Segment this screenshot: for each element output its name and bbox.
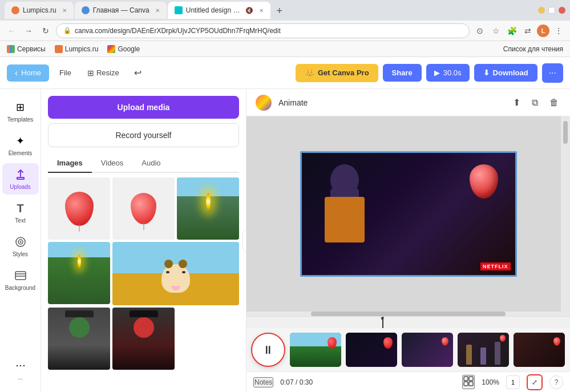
media-tabs: Images Videos Audio <box>48 154 239 173</box>
extensions-icon[interactable]: 🧩 <box>505 24 519 38</box>
panel-collapse-handle[interactable]: › <box>242 229 246 252</box>
home-button[interactable]: ‹ Home <box>7 64 49 82</box>
clip1-balloon <box>328 337 337 349</box>
refresh-button[interactable]: ↻ <box>39 24 52 38</box>
services-icon <box>7 45 15 53</box>
address-bar[interactable]: 🔒 canva.com/design/DAEnErXDrpk/UjvJCYP5O… <box>56 23 470 38</box>
man1-face <box>69 317 90 338</box>
sidebar-label-templates: Templates <box>7 116 34 123</box>
window-minimize[interactable] <box>538 7 545 14</box>
man2-visual <box>112 308 175 370</box>
panel-copy-button[interactable]: ⧉ <box>529 95 540 110</box>
sidebar-item-elements[interactable]: ✦ Elements <box>2 130 39 161</box>
media-item-man1[interactable] <box>48 308 110 370</box>
canvas-bottom-thumb <box>311 312 505 316</box>
tab-muted-icon[interactable]: 🔇 <box>245 7 253 14</box>
panel-export-button[interactable]: ⬆ <box>511 95 523 110</box>
upload-panel: Upload media Record yourself Images Vide… <box>41 89 246 392</box>
design-frame[interactable]: NETFLIX <box>300 151 517 277</box>
help-button[interactable]: ? <box>549 375 563 389</box>
forward-button[interactable]: → <box>22 24 35 38</box>
back-arrow-icon: ‹ <box>15 68 18 78</box>
menu-icon[interactable]: ⋮ <box>552 24 565 38</box>
page-number-button[interactable]: 1 <box>506 375 520 389</box>
new-tab-button[interactable]: + <box>272 3 288 19</box>
browser-frame: Lumpics.ru ✕ Главная — Canva ✕ Untitled … <box>0 0 570 392</box>
media-item-balloon1[interactable] <box>48 177 110 240</box>
sidebar-label-elements: Elements <box>9 150 33 156</box>
bookmark-lumpics-label: Lumpics.ru <box>65 45 99 53</box>
templates-icon: ⊞ <box>14 100 27 114</box>
canvas-scrollbar-right[interactable] <box>561 116 570 312</box>
tab-images[interactable]: Images <box>48 154 92 173</box>
translate-icon[interactable]: ⊙ <box>473 24 487 38</box>
upload-media-button[interactable]: Upload media <box>48 96 239 119</box>
record-button[interactable]: Record yourself <box>48 123 239 147</box>
canvas-bottom-scroll[interactable] <box>246 312 570 316</box>
media-item-balloon2[interactable] <box>112 177 175 240</box>
tab-close-lumpics[interactable]: ✕ <box>62 7 67 14</box>
address-text: canva.com/design/DAEnErXDrpk/UjvJCYP5OUd… <box>75 27 462 35</box>
timer-label: 30.0s <box>443 68 462 77</box>
media-item-grass1[interactable] <box>177 177 239 240</box>
window-restore[interactable] <box>548 7 555 14</box>
more-icon: ··· <box>549 68 556 78</box>
expand-button[interactable]: ⤢ <box>527 374 543 390</box>
share-button[interactable]: Share <box>383 64 422 82</box>
timeline-clip-3[interactable] <box>402 333 453 367</box>
svg-rect-6 <box>464 377 468 381</box>
star-icon[interactable]: ☆ <box>489 24 503 38</box>
person-silhouette-3 <box>495 342 500 365</box>
timeline-play-button[interactable]: ⏸ <box>251 333 285 367</box>
browser-tabs: Lumpics.ru ✕ Главная — Canva ✕ Untitled … <box>5 2 535 19</box>
sync-icon[interactable]: ⇄ <box>521 24 535 38</box>
tab-canva-home[interactable]: Главная — Canva ✕ <box>75 2 167 19</box>
clip2-balloon <box>383 337 393 349</box>
avatar-icon[interactable]: L <box>537 25 549 37</box>
tab-canva-design[interactable]: Untitled design - 1080p 🔇 ✕ <box>168 2 270 19</box>
download-icon: ⬇ <box>483 68 490 77</box>
clip5-visual <box>514 333 565 367</box>
timeline-clip-5[interactable] <box>514 333 565 367</box>
bookmark-lumpics[interactable]: Lumpics.ru <box>52 44 101 54</box>
resize-button[interactable]: Resize <box>82 65 125 81</box>
tab-close-canva-home[interactable]: ✕ <box>155 7 160 14</box>
dog-ear-right <box>179 260 187 268</box>
media-item-man2[interactable] <box>112 308 175 370</box>
bookmark-google[interactable]: Google <box>105 44 142 54</box>
file-button[interactable]: File <box>54 65 77 80</box>
timeline-clip-1[interactable] <box>290 333 341 367</box>
expand-icon: ⤢ <box>532 378 537 386</box>
media-item-grass2[interactable] <box>48 242 110 304</box>
notes-button[interactable]: Notes <box>253 377 273 387</box>
grid-view-icon <box>463 376 474 386</box>
window-close[interactable] <box>559 7 565 14</box>
panel-delete-button[interactable]: 🗑 <box>547 95 561 110</box>
tab-close-canva-design[interactable]: ✕ <box>259 7 264 14</box>
sidebar-item-templates[interactable]: ⊞ Templates <box>2 96 39 127</box>
tab-videos[interactable]: Videos <box>92 154 133 173</box>
sidebar-item-uploads[interactable]: Uploads <box>2 163 39 195</box>
bookmark-services[interactable]: Сервисы <box>5 44 48 54</box>
timeline-clip-4[interactable] <box>458 333 509 367</box>
back-button[interactable]: ← <box>5 24 18 38</box>
media-item-dog[interactable] <box>112 242 239 305</box>
tab-label-canva-design: Untitled design - 1080p <box>186 6 241 14</box>
timeline-clip-2[interactable] <box>346 333 397 367</box>
sidebar-item-background[interactable]: Background <box>2 264 39 296</box>
tab-lumpics[interactable]: Lumpics.ru ✕ <box>5 2 74 19</box>
timer-button[interactable]: ▶ 30.0s <box>426 64 470 82</box>
undo-button[interactable]: ↩ <box>130 65 146 80</box>
bookmark-google-label: Google <box>118 45 140 53</box>
download-button[interactable]: ⬇ Download <box>474 64 537 82</box>
tab-audio[interactable]: Audio <box>132 154 169 173</box>
canvas-workspace[interactable]: NETFLIX <box>246 116 570 312</box>
get-pro-button[interactable]: 👑 Get Canva Pro <box>296 64 378 82</box>
timeline-marker <box>246 317 570 328</box>
view-mode-button[interactable] <box>462 375 475 389</box>
reading-list-button[interactable]: Список для чтения <box>501 44 565 54</box>
more-options-button[interactable]: ··· <box>542 63 563 83</box>
sidebar-item-text[interactable]: T Text <box>2 197 39 228</box>
sidebar-item-styles[interactable]: Styles <box>2 231 39 262</box>
sidebar-item-more[interactable]: ⋯ ... <box>2 354 39 385</box>
